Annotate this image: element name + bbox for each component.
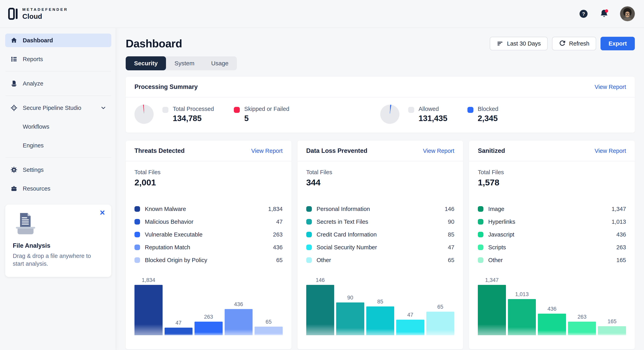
list-item: Scripts263	[478, 241, 626, 254]
tab-usage[interactable]: Usage	[203, 56, 237, 70]
list-item: Javascript436	[478, 228, 626, 241]
sidebar-item-secure-pipeline-studio[interactable]: Secure Pipeline Studio	[5, 101, 111, 115]
bar-value-label: 65	[426, 304, 454, 310]
threats-detected-card: Threats Detected View Report Total Files…	[126, 141, 292, 349]
legend-value: 131,435	[418, 114, 448, 123]
sidebar-item-label: Engines	[23, 142, 44, 149]
close-icon[interactable]: ×	[100, 208, 105, 217]
refresh-button[interactable]: Refresh	[552, 37, 596, 50]
legend-chip	[134, 257, 140, 263]
list-item: Malicious Behavior47	[134, 215, 283, 228]
sidebar-item-label: Reports	[23, 56, 43, 63]
brand-product: METADEFENDER	[22, 8, 68, 12]
bar	[366, 306, 394, 335]
legend-value: 5	[244, 114, 289, 123]
bar	[478, 285, 506, 335]
bar	[134, 285, 162, 335]
dlp-bar-chart: 146 90 85 47 65	[306, 275, 454, 335]
file-analysis-title: File Analysis	[13, 242, 104, 249]
legend-chip	[478, 245, 484, 250]
bar-value-label: 1,834	[134, 277, 162, 283]
brand-logo[interactable]: METADEFENDER Cloud	[8, 8, 68, 20]
bar	[254, 327, 283, 335]
bar-value-label: 1,347	[478, 277, 506, 283]
list-item: Other165	[478, 254, 626, 266]
bar	[538, 314, 566, 335]
sidebar-item-label: Settings	[23, 166, 44, 173]
list-item: Hyperlinks1,013	[478, 215, 626, 228]
legend-value: 134,785	[173, 114, 214, 123]
page-title: Dashboard	[126, 37, 182, 50]
legend-chip	[134, 245, 140, 250]
sidebar-item-label: Dashboard	[23, 37, 53, 44]
sidebar-item-analyze[interactable]: Analyze	[5, 77, 111, 90]
bar	[225, 309, 253, 335]
legend-total-processed: Total Processed 134,785	[162, 106, 214, 123]
sidebar-item-label: Resources	[23, 185, 50, 192]
sidebar-item-settings[interactable]: Settings	[5, 163, 111, 177]
list-item: Personal Information146	[306, 203, 454, 215]
legend-chip	[306, 245, 312, 250]
list-item: Reputation Match436	[134, 241, 283, 254]
legend-chip	[478, 219, 484, 225]
summary-group-processed: Total Processed 134,785 Skipped or Faile…	[134, 105, 380, 124]
metadefender-logo-icon	[8, 8, 18, 20]
legend-chip	[306, 206, 312, 212]
export-button[interactable]: Export	[600, 37, 635, 50]
legend-label: Allowed	[418, 106, 448, 112]
list-item: Secrets in Text Files90	[306, 215, 454, 228]
legend-chip	[408, 107, 414, 113]
list-item: Social Security Number47	[306, 241, 454, 254]
divider	[6, 157, 111, 158]
bar	[568, 322, 596, 335]
chevron-down-icon	[100, 105, 106, 111]
sidebar-item-workflows[interactable]: Workflows	[5, 120, 111, 133]
view-report-link[interactable]: View Report	[595, 84, 626, 90]
bar-value-label: 85	[366, 299, 394, 305]
list-item: Blocked Origin by Policy65	[134, 254, 283, 266]
bar-value-label: 436	[225, 301, 253, 307]
sidebar-item-reports[interactable]: Reports	[5, 52, 111, 66]
sidebar-item-resources[interactable]: Resources	[5, 182, 111, 195]
home-icon	[10, 37, 18, 44]
tab-system[interactable]: System	[166, 56, 203, 70]
top-bar: METADEFENDER Cloud ?	[0, 0, 644, 28]
bar-value-label: 263	[568, 314, 596, 320]
legend-chip	[468, 107, 474, 113]
bar	[164, 328, 193, 335]
summary-group-verdict: Allowed 131,435 Blocked 2,345	[380, 105, 626, 124]
legend-chip	[478, 257, 484, 263]
legend-chip	[234, 107, 240, 113]
bar-value-label: 47	[396, 312, 424, 318]
legend-chip	[306, 219, 312, 225]
file-analysis-illustration-icon	[13, 212, 38, 235]
notifications-bell-icon[interactable]	[599, 9, 609, 19]
legend-chip	[134, 206, 140, 212]
file-analysis-card: × File Analysis Drag & drop a file anywh…	[5, 205, 111, 277]
legend-allowed: Allowed 131,435	[408, 106, 448, 123]
sidebar-item-engines[interactable]: Engines	[5, 139, 111, 152]
legend-label: Skipped or Failed	[244, 106, 289, 112]
bar-value-label: 436	[538, 306, 566, 312]
sidebar-item-label: Analyze	[23, 80, 43, 87]
view-report-link[interactable]: View Report	[423, 148, 454, 154]
user-avatar[interactable]	[620, 7, 635, 21]
data-loss-prevented-card: Data Loss Prevented View Report Total Fi…	[298, 141, 463, 349]
view-report-link[interactable]: View Report	[251, 148, 282, 154]
sidebar-item-dashboard[interactable]: Dashboard	[5, 34, 111, 47]
donut-chart-verdict	[380, 105, 400, 124]
view-report-link[interactable]: View Report	[595, 148, 626, 154]
card-title: Sanitized	[478, 147, 505, 154]
legend-blocked: Blocked 2,345	[468, 106, 498, 123]
date-range-button[interactable]: Last 30 Days	[490, 37, 548, 50]
main-content: Dashboard Last 30 Days Refresh Export Se…	[116, 0, 644, 350]
sidebar-item-label: Secure Pipeline Studio	[23, 105, 81, 111]
svg-text:?: ?	[582, 11, 585, 17]
bar-value-label: 47	[164, 320, 193, 326]
card-title: Data Loss Prevented	[306, 147, 368, 154]
legend-chip	[306, 232, 312, 237]
list-item: Vulnerable Executable263	[134, 228, 283, 241]
bar-value-label: 146	[306, 277, 334, 283]
help-icon[interactable]: ?	[579, 9, 588, 18]
tab-security[interactable]: Security	[126, 56, 166, 70]
